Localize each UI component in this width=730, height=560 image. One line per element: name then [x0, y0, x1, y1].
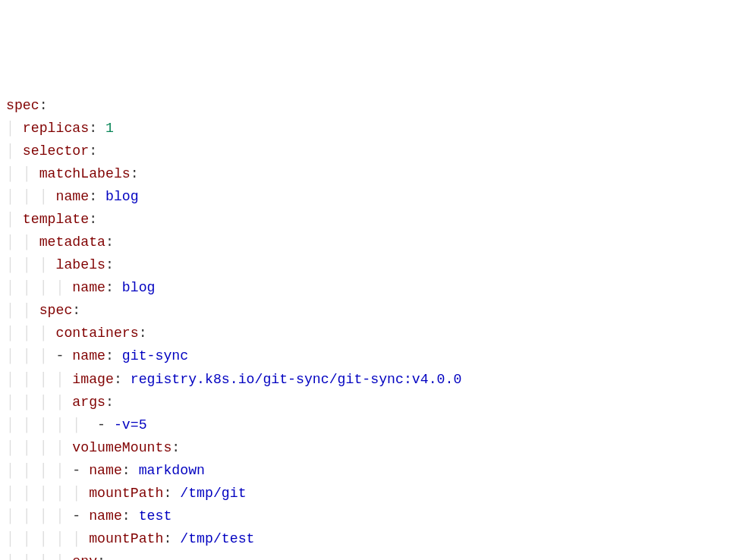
- colon: :: [72, 303, 80, 318]
- colon: :: [39, 98, 48, 113]
- yaml-key: matchLabels: [39, 166, 131, 181]
- colon: :: [105, 234, 114, 250]
- indent-guide: │ │ │ │ │: [6, 482, 89, 505]
- indent-guide: │ │ │: [6, 185, 56, 208]
- indent-guide: │ │ │ │: [6, 391, 72, 414]
- colon: :: [163, 531, 180, 546]
- indent-guide: │ │: [6, 231, 39, 253]
- indent-guide: │ │ │ │: [6, 505, 72, 527]
- yaml-key: name: [89, 463, 122, 478]
- indent-guide: │ │ │ │: [6, 276, 72, 299]
- indent-guide: │ │ │: [6, 253, 56, 276]
- yaml-key: args: [72, 395, 105, 410]
- code-line: │ │ │ │ │ - -v=5: [6, 414, 724, 436]
- yaml-value: -v=5: [114, 417, 147, 433]
- code-line: spec:: [6, 94, 724, 117]
- yaml-value: blog: [105, 189, 139, 204]
- code-line: │ │ │ labels:: [6, 253, 724, 276]
- yaml-key: name: [89, 508, 122, 524]
- code-line: │ │ │ name: blog: [6, 185, 724, 208]
- colon: :: [105, 395, 114, 410]
- code-line: │ │ │ │ - name: markdown: [6, 459, 724, 482]
- yaml-key: replicas: [23, 121, 89, 136]
- yaml-key: spec: [39, 303, 73, 318]
- colon: :: [105, 348, 122, 363]
- yaml-value: 1: [105, 121, 114, 136]
- yaml-value: /tmp/test: [180, 531, 254, 546]
- yaml-key: template: [23, 212, 89, 227]
- code-line: │ │ │ │ args:: [6, 391, 724, 414]
- yaml-key: volumeMounts: [72, 440, 171, 455]
- yaml-key: image: [72, 372, 114, 387]
- yaml-key: selector: [23, 143, 89, 159]
- colon: :: [89, 143, 97, 159]
- yaml-key: name: [72, 348, 105, 363]
- list-dash: -: [89, 417, 114, 433]
- code-line: │ │ │ │ │ mountPath: /tmp/git: [6, 482, 724, 505]
- yaml-key: name: [72, 280, 105, 295]
- indent-guide: │ │ │ │ │: [6, 414, 89, 436]
- list-dash: -: [72, 463, 89, 478]
- indent-guide: │ │: [6, 162, 39, 185]
- yaml-value: test: [139, 508, 172, 524]
- code-line: │ │ matchLabels:: [6, 162, 724, 185]
- colon: :: [122, 508, 139, 524]
- code-line: │ │ │ │ env:: [6, 550, 724, 560]
- indent-guide: │ │ │ │: [6, 550, 72, 560]
- yaml-key: env: [72, 554, 97, 560]
- indent-guide: │ │: [6, 299, 39, 322]
- colon: :: [105, 280, 122, 295]
- indent-guide: │: [6, 117, 23, 140]
- indent-guide: │: [6, 140, 23, 162]
- yaml-key: containers: [56, 326, 139, 341]
- code-line: │ │ metadata:: [6, 231, 724, 253]
- yaml-value: markdown: [139, 463, 205, 478]
- colon: :: [171, 440, 180, 455]
- colon: :: [89, 212, 97, 227]
- code-line: │ │ │ containers:: [6, 322, 724, 344]
- indent-guide: │ │ │: [6, 344, 56, 367]
- code-line: │ │ │ │ - name: test: [6, 505, 724, 527]
- yaml-value: blog: [122, 280, 156, 295]
- code-line: │ template:: [6, 208, 724, 231]
- colon: :: [89, 121, 105, 136]
- indent-guide: │ │ │ │: [6, 368, 72, 391]
- colon: :: [122, 463, 139, 478]
- yaml-code-block: spec:│ replicas: 1│ selector:│ │ matchLa…: [6, 94, 724, 560]
- colon: :: [89, 189, 105, 204]
- yaml-key: metadata: [39, 234, 105, 250]
- code-line: │ replicas: 1: [6, 117, 724, 140]
- yaml-key: labels: [56, 257, 106, 272]
- yaml-key: mountPath: [89, 531, 163, 546]
- indent-guide: │: [6, 208, 23, 231]
- colon: :: [105, 257, 114, 272]
- yaml-value: /tmp/git: [180, 486, 246, 501]
- code-line: │ │ │ │ image: registry.k8s.io/git-sync/…: [6, 368, 724, 391]
- indent-guide: │ │ │ │ │: [6, 527, 89, 550]
- yaml-key: mountPath: [89, 486, 163, 501]
- list-dash: -: [72, 508, 89, 524]
- yaml-value: git-sync: [122, 348, 188, 363]
- code-line: │ │ │ - name: git-sync: [6, 344, 724, 367]
- colon: :: [97, 554, 105, 560]
- indent-guide: │ │ │: [6, 322, 56, 344]
- yaml-key: name: [56, 189, 90, 204]
- code-line: │ │ │ │ │ mountPath: /tmp/test: [6, 527, 724, 550]
- indent-guide: │ │ │ │: [6, 436, 72, 459]
- list-dash: -: [56, 348, 73, 363]
- yaml-value: registry.k8s.io/git-sync/git-sync:v4.0.0: [131, 372, 462, 387]
- indent-guide: │ │ │ │: [6, 459, 72, 482]
- code-line: │ │ │ │ volumeMounts:: [6, 436, 724, 459]
- code-line: │ │ │ │ name: blog: [6, 276, 724, 299]
- colon: :: [163, 486, 180, 501]
- code-line: │ selector:: [6, 140, 724, 162]
- colon: :: [139, 326, 147, 341]
- colon: :: [114, 372, 131, 387]
- yaml-key: spec: [6, 98, 39, 113]
- colon: :: [131, 166, 139, 181]
- code-line: │ │ spec:: [6, 299, 724, 322]
